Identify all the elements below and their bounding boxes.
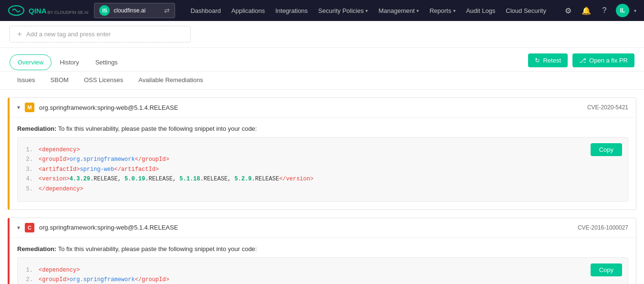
tag-add-icon: ＋	[16, 29, 23, 39]
open-pr-icon: ⎇	[579, 57, 586, 64]
open-fix-pr-button[interactable]: ⎇ Open a fix PR	[572, 53, 634, 67]
sub-tabs: Issues SBOM OSS Licenses Available Remed…	[0, 72, 644, 90]
sub-tab-available-remediations[interactable]: Available Remediations	[131, 72, 211, 89]
vuln-toggle-2[interactable]: ▾	[17, 224, 20, 231]
nav-actions: ⚙ 🔔 ? IL ▾	[561, 4, 636, 17]
sub-tab-oss-licenses[interactable]: OSS Licenses	[76, 72, 131, 89]
code-line-1-1: 1. <dependency>	[25, 145, 620, 155]
qina-logo	[8, 5, 25, 16]
tab-history[interactable]: History	[52, 54, 87, 70]
severity-badge-1: M	[25, 103, 34, 112]
vuln-body-2: Remediation: To fix this vulnerability, …	[10, 238, 636, 284]
vuln-card-1: ▾ M org.springframework:spring-web@5.1.4…	[8, 97, 636, 210]
code-line-2-2: 2. <groupId>org.springframework</groupId…	[25, 275, 620, 284]
cve-id-2: CVE-2016-1000027	[578, 224, 628, 231]
tab-settings[interactable]: Settings	[87, 54, 126, 70]
copy-button-2[interactable]: Copy	[591, 263, 622, 276]
nav-reports[interactable]: Reports ▾	[425, 4, 460, 17]
severity-badge-2: C	[25, 223, 34, 232]
code-line-1-3: 3. <artifactId>spring-web</artifactId>	[25, 165, 620, 174]
user-avatar[interactable]: IL	[616, 4, 629, 17]
tag-bar: ＋ Add a new tag and press enter	[0, 21, 644, 48]
code-line-2-1: 1. <dependency>	[25, 265, 620, 275]
brand: QINA BY CLOUDFIN SE.AI	[8, 5, 88, 16]
tab-overview[interactable]: Overview	[10, 54, 52, 70]
nav-security-policies[interactable]: Security Policies ▾	[313, 4, 373, 17]
reports-arrow: ▾	[453, 8, 456, 13]
nav-management[interactable]: Management ▾	[374, 4, 424, 17]
nav-applications[interactable]: Applications	[227, 4, 270, 17]
org-avatar: IS	[99, 5, 110, 16]
tag-add-input[interactable]: ＋ Add a new tag and press enter	[10, 26, 191, 42]
copy-button-1[interactable]: Copy	[591, 143, 622, 156]
cve-id-1: CVE-2020-5421	[587, 104, 628, 111]
code-line-1-2: 2. <groupId>org.springframework</groupId…	[25, 155, 620, 164]
navbar: QINA BY CLOUDFIN SE.AI IS cloudfinse.ai …	[0, 0, 644, 21]
code-line-1-5: 5. </dependency>	[25, 184, 620, 194]
vuln-package-2: org.springframework:spring-web@5.1.4.REL…	[39, 224, 573, 231]
retest-icon: ↻	[535, 57, 540, 64]
tag-add-placeholder: Add a new tag and press enter	[26, 31, 111, 38]
nav-integrations[interactable]: Integrations	[270, 4, 312, 17]
sub-tab-sbom[interactable]: SBOM	[43, 72, 76, 89]
tabs-section: Overview History Settings ↻ Retest ⎇ Ope…	[0, 48, 644, 72]
vuln-body-1: Remediation: To fix this vulnerability, …	[10, 117, 636, 210]
vuln-toggle-1[interactable]: ▾	[17, 104, 20, 111]
help-icon[interactable]: ?	[598, 4, 611, 17]
page-content: ＋ Add a new tag and press enter Overview…	[0, 21, 644, 284]
nav-cloud-security[interactable]: Cloud Security	[501, 4, 551, 17]
brand-name: QINA	[29, 7, 47, 15]
vuln-header-1: ▾ M org.springframework:spring-web@5.1.4…	[10, 98, 636, 117]
vuln-package-1: org.springframework:spring-web@5.1.4.REL…	[39, 104, 582, 111]
remediation-label-1: Remediation: To fix this vulnerability, …	[17, 125, 628, 132]
sub-tab-issues[interactable]: Issues	[10, 72, 43, 89]
brand-tagline: BY CLOUDFIN SE.AI	[48, 10, 89, 15]
remediation-label-2: Remediation: To fix this vulnerability, …	[17, 245, 628, 252]
tabs: Overview History Settings	[10, 54, 126, 70]
code-line-1-4: 4. <version>4.3.29.RELEASE, 5.0.19.RELEA…	[25, 174, 620, 184]
nav-audit-logs[interactable]: Audit Logs	[461, 4, 500, 17]
notifications-icon[interactable]: 🔔	[580, 4, 593, 17]
swap-icon: ⇄	[164, 7, 170, 14]
tab-actions: ↻ Retest ⎇ Open a fix PR	[528, 53, 634, 67]
vuln-card-2: ▾ C org.springframework:spring-web@5.1.4…	[8, 218, 636, 284]
nav-links: Dashboard Applications Integrations Secu…	[175, 4, 561, 17]
org-selector[interactable]: IS cloudfinse.ai ⇄	[94, 3, 175, 18]
settings-icon[interactable]: ⚙	[561, 4, 575, 17]
org-name: cloudfinse.ai	[114, 7, 160, 14]
management-arrow: ▾	[416, 8, 419, 13]
nav-dashboard[interactable]: Dashboard	[186, 4, 226, 17]
code-block-2: 1. <dependency> 2. <groupId>org.springfr…	[17, 257, 628, 284]
security-policies-arrow: ▾	[365, 8, 368, 13]
vuln-header-2: ▾ C org.springframework:spring-web@5.1.4…	[10, 218, 636, 238]
code-block-1: 1. <dependency> 2. <groupId>org.springfr…	[17, 137, 628, 202]
retest-button[interactable]: ↻ Retest	[528, 53, 568, 67]
user-menu-chevron[interactable]: ▾	[634, 8, 636, 13]
